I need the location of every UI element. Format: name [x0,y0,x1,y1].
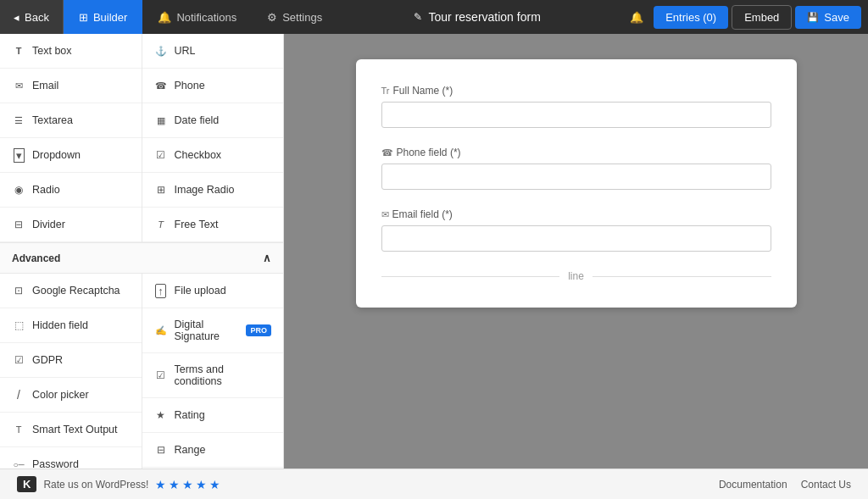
star-rating[interactable]: ★★★★★ [155,478,220,491]
form-edit-icon: ✎ [414,11,422,23]
sidebar-item-fileupload[interactable]: File upload [142,274,284,308]
form-title: Tour reservation form [429,10,541,24]
save-button[interactable]: 💾 Save [795,6,861,29]
sidebar-item-label: GDPR [32,354,63,366]
digsig-icon [154,324,168,337]
field-label-phone: ☎ Phone field (*) [381,147,771,158]
advanced-collapse-icon[interactable] [263,252,271,264]
form-canvas: Tr Full Name (*) ☎ Phone field (*) ✉ Ema… [284,34,868,469]
builder-tab[interactable]: ⊞ Builder [64,0,142,34]
sidebar-item-label: Terms and conditions [175,363,272,387]
sidebar-item-recaptcha[interactable]: Google Recaptcha [0,274,142,308]
star-1[interactable]: ★ [155,478,166,491]
star-3[interactable]: ★ [182,478,193,491]
sidebar-item-rating[interactable]: Rating [142,398,284,433]
builder-label: Builder [93,11,127,24]
pro-badge: PRO [246,324,271,336]
datefield-icon [154,114,168,127]
sidebar-item-label: Date field [175,114,220,126]
sidebar-advanced-section: Google RecaptchaHidden fieldGDPRColor pi… [0,274,283,469]
sidebar-item-datefield[interactable]: Date field [142,103,284,138]
sidebar-item-label: Google Recaptcha [32,285,120,297]
divider-label: line [568,270,584,282]
dropdown-icon [12,148,25,162]
bell-icon: 🔔 [158,11,171,24]
sidebar-item-gdpr[interactable]: GDPR [0,343,142,378]
entries-button[interactable]: Entries (0) [654,6,728,29]
sidebar-item-imageradio[interactable]: Image Radio [142,173,284,208]
sidebar-advanced-right-col: File uploadDigital SignaturePROTerms and… [142,274,284,469]
recaptcha-icon [12,284,25,297]
sidebar-item-colorpicker[interactable]: Color picker [0,378,142,413]
sidebar-item-checkbox[interactable]: Checkbox [142,138,284,173]
form-field-fullname: Tr Full Name (*) [381,85,771,128]
radio-icon [12,183,25,197]
save-label: Save [824,11,849,24]
sidebar-item-phone[interactable]: Phone [142,69,284,103]
star-5[interactable]: ★ [209,478,220,491]
fullname-field-icon: Tr [381,86,390,96]
settings-tab[interactable]: ⚙ Settings [252,0,337,34]
sidebar-item-smarttext[interactable]: Smart Text Output [0,413,142,447]
sidebar-item-label: Color picker [32,389,89,401]
save-icon: 💾 [807,12,819,23]
email-icon [12,79,25,92]
form-field-phone: ☎ Phone field (*) [381,147,771,190]
field-label-fullname: Tr Full Name (*) [381,85,771,97]
gdpr-icon [12,353,25,367]
back-button[interactable]: ◂ Back [0,0,64,34]
sidebar-right-col: URLPhoneDate fieldCheckboxImage RadioFre… [142,34,284,242]
contact-link[interactable]: Contact Us [801,479,851,491]
imageradio-icon [154,183,168,197]
sidebar-item-textbox[interactable]: Text box [0,34,142,69]
settings-label: Settings [282,11,322,24]
notification-bell-icon[interactable]: 🔔 [623,4,650,30]
sidebar-item-label: Range [175,444,206,456]
field-input-fullname[interactable] [381,102,771,128]
sidebar-item-label: Hidden field [32,319,88,331]
footer-links: Documentation Contact Us [719,479,851,491]
sidebar-item-url[interactable]: URL [142,34,284,69]
sidebar-item-textarea[interactable]: Textarea [0,103,142,138]
sidebar-item-label: Digital Signature [175,319,235,342]
sidebar-item-hidden[interactable]: Hidden field [0,308,142,343]
notifications-tab[interactable]: 🔔 Notifications [142,0,252,34]
sidebar-item-password[interactable]: Password [0,447,142,469]
advanced-section-header: Advanced [0,242,283,274]
rating-icon [154,408,168,422]
star-2[interactable]: ★ [169,478,180,491]
colorpicker-icon [12,388,25,402]
star-4[interactable]: ★ [196,478,207,491]
sidebar-item-divider[interactable]: Divider [0,208,142,242]
sidebar-item-dropdown[interactable]: Dropdown [0,138,142,173]
sidebar-item-email[interactable]: Email [0,69,142,103]
form-field-email: ✉ Email field (*) [381,208,771,252]
sidebar-item-label: Divider [32,219,65,230]
sidebar-item-label: Password [32,458,79,469]
sidebar-item-label: Email [32,80,58,91]
embed-label: Embed [744,11,779,24]
sidebar-item-label: Image Radio [175,184,235,196]
textbox-icon [12,44,25,58]
phone-icon [154,79,168,92]
sidebar-item-radio[interactable]: Radio [0,173,142,208]
sidebar-item-label: URL [175,45,196,57]
url-icon [154,44,168,58]
sidebar-item-label: Smart Text Output [32,424,118,435]
form-card: Tr Full Name (*) ☎ Phone field (*) ✉ Ema… [356,59,797,308]
field-input-email[interactable] [381,225,771,252]
sidebar-item-digsig[interactable]: Digital SignaturePRO [142,308,284,353]
divider-icon [12,218,25,231]
embed-button[interactable]: Embed [732,5,792,30]
field-input-phone[interactable] [381,164,771,190]
sidebar-item-label: File upload [175,285,226,297]
email-field-icon: ✉ [381,209,389,220]
sidebar-item-range[interactable]: Range [142,433,284,468]
documentation-link[interactable]: Documentation [719,479,787,491]
form-title-area: ✎ Tour reservation form [337,10,616,24]
sidebar-item-freetext[interactable]: Free Text [142,208,284,242]
sidebar-item-label: Textarea [32,114,73,126]
sidebar-item-terms[interactable]: Terms and conditions [142,353,284,398]
entries-label: Entries (0) [665,11,716,24]
advanced-label: Advanced [12,252,60,264]
